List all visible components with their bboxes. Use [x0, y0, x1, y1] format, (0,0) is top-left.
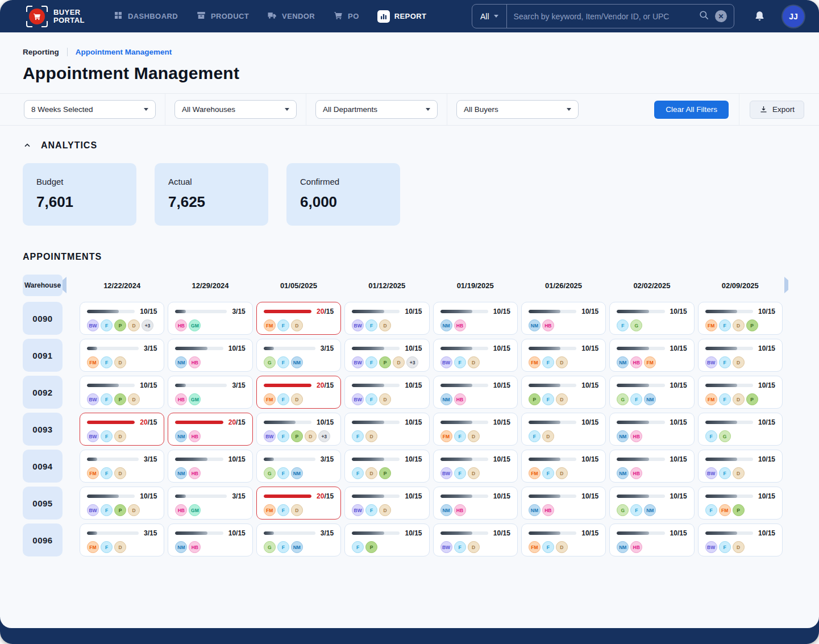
avatar-chip: FM: [264, 504, 276, 516]
nav-item-report[interactable]: REPORT: [368, 0, 436, 32]
appointment-cell[interactable]: 10/15BWFD: [698, 339, 783, 372]
appointment-cell[interactable]: 10/15NMHB: [521, 302, 606, 335]
avatar-chip: HB: [454, 319, 466, 331]
filter-departments-select[interactable]: All Departments: [315, 100, 438, 119]
filter-warehouses-select[interactable]: All Warehouses: [174, 100, 297, 119]
appointment-cell[interactable]: 10/15FMFD: [521, 450, 606, 483]
progress-row: 3/15: [264, 529, 334, 537]
appointment-cell[interactable]: 10/15PFD: [521, 376, 606, 409]
appointment-cell[interactable]: 3/15FMFD: [80, 339, 164, 372]
appointment-cell[interactable]: 3/15HBGM: [168, 376, 252, 409]
breadcrumb-reporting[interactable]: Reporting: [23, 48, 59, 56]
appointment-cell[interactable]: 3/15HBGM: [168, 302, 252, 335]
appointment-cell[interactable]: 3/15GFNM: [256, 339, 341, 372]
buyer-avatars: FMFD: [264, 393, 334, 405]
nav-items: DASHBOARDPRODUCTVENDORPOREPORT: [104, 0, 435, 32]
appointment-cell[interactable]: 10/15NMHB: [168, 450, 252, 483]
appointment-cell[interactable]: 10/15FFMP: [698, 487, 783, 520]
next-week-arrow-icon[interactable]: [784, 277, 788, 293]
appointment-cell[interactable]: 10/15FG: [609, 302, 694, 335]
appointment-cell[interactable]: 10/15NMHB: [609, 450, 694, 483]
appointment-cell[interactable]: 10/15BWFPD+3: [80, 302, 164, 335]
progress-fill: [617, 421, 648, 424]
appointment-cell[interactable]: 20/15FMFD: [256, 376, 341, 409]
user-avatar[interactable]: JJ: [783, 6, 804, 27]
appointment-cell[interactable]: 10/15NMHB: [433, 376, 518, 409]
avatar-overflow[interactable]: +3: [406, 356, 418, 368]
progress-fill: [264, 421, 296, 424]
appointment-cell[interactable]: 20/15BWFD: [80, 413, 164, 446]
appointment-cell[interactable]: 10/15FMFD: [433, 413, 518, 446]
appointment-cell[interactable]: 10/15NMHB: [609, 413, 694, 446]
appointment-cell[interactable]: 10/15GFNM: [609, 487, 694, 520]
appointment-cell[interactable]: 20/15FMFD: [256, 302, 341, 335]
appointment-cell[interactable]: 10/15NMHB: [521, 487, 606, 520]
progress-track: [87, 310, 135, 313]
appointment-cell[interactable]: 10/15FDP: [344, 450, 429, 483]
search-input[interactable]: [507, 12, 699, 21]
filter-weeks-select[interactable]: 8 Weeks Selected: [24, 100, 156, 119]
appointment-cell[interactable]: 10/15NMHB: [433, 302, 518, 335]
appointment-cell[interactable]: 20/15FMFD: [256, 487, 341, 520]
progress-row: 10/15: [705, 308, 775, 315]
progress-fill: [617, 384, 648, 387]
appointment-cell[interactable]: 3/15FMFD: [80, 450, 164, 483]
export-button[interactable]: Export: [750, 101, 804, 119]
brand-logo[interactable]: BUYER PORTAL: [26, 6, 85, 27]
appointment-cell[interactable]: 10/15FMFDP: [698, 376, 783, 409]
nav-item-vendor[interactable]: VENDOR: [258, 0, 324, 32]
appointment-cell[interactable]: 10/15BWFD: [433, 450, 518, 483]
appointment-cell[interactable]: 10/15BWFPD: [80, 376, 164, 409]
appointment-cell[interactable]: 10/15BWFD: [698, 450, 783, 483]
appointment-cell[interactable]: 10/15NMHBFM: [609, 339, 694, 372]
search-icon[interactable]: [699, 10, 709, 23]
appointment-cell[interactable]: 10/15FG: [698, 413, 783, 446]
appointment-cell[interactable]: 3/15FMFD: [80, 523, 164, 556]
appointment-cell[interactable]: 10/15BWFD: [433, 339, 518, 372]
appointment-cell[interactable]: 10/15BWFD: [433, 523, 518, 556]
nav-item-product[interactable]: PRODUCT: [187, 0, 258, 32]
appointment-cell[interactable]: 10/15NMHB: [168, 339, 252, 372]
avatar-chip: BW: [87, 393, 99, 405]
appointment-cell[interactable]: 3/15GFNM: [256, 523, 341, 556]
filter-buyers-select[interactable]: All Buyers: [456, 100, 579, 119]
prev-week-arrow-icon[interactable]: [63, 277, 66, 293]
warehouse-label: 0091: [23, 339, 63, 372]
appointment-cell[interactable]: 10/15FMFD: [521, 523, 606, 556]
progress-track: [87, 531, 139, 535]
appointment-cell[interactable]: 10/15FP: [344, 523, 429, 556]
appointment-cell[interactable]: 10/15FMFD: [521, 339, 606, 372]
appointment-cell[interactable]: 10/15FD: [344, 413, 429, 446]
notifications-bell-icon[interactable]: [754, 10, 766, 22]
clear-search-icon[interactable]: ✕: [715, 10, 727, 22]
appointment-cell[interactable]: 10/15GFNM: [609, 376, 694, 409]
nav-item-dashboard[interactable]: DASHBOARD: [104, 0, 187, 32]
collapse-chevron-icon[interactable]: [23, 141, 32, 150]
nav-item-po[interactable]: PO: [324, 0, 368, 32]
progress-track: [529, 421, 576, 424]
appointment-cell[interactable]: 10/15BWFD: [344, 376, 429, 409]
search-scope-dropdown[interactable]: All: [472, 5, 507, 28]
appointment-ratio: 10/15: [493, 455, 510, 463]
avatar-overflow[interactable]: +3: [142, 319, 153, 331]
appointment-cell[interactable]: 3/15HBGM: [168, 487, 252, 520]
progress-row: 10/15: [440, 381, 510, 389]
appointment-cell[interactable]: 10/15NMHB: [609, 523, 694, 556]
avatar-overflow[interactable]: +3: [318, 430, 330, 442]
appointment-cell[interactable]: 10/15BWFD: [344, 302, 429, 335]
appointment-cell[interactable]: 10/15BWFPD+3: [256, 413, 341, 446]
appointment-cell[interactable]: 10/15BWFD: [344, 487, 429, 520]
appointment-cell[interactable]: 10/15BWFPD: [80, 487, 164, 520]
appointment-cell[interactable]: 10/15NMHB: [168, 523, 252, 556]
appointment-cell[interactable]: 10/15BWFD: [698, 523, 783, 556]
appointment-cell[interactable]: 10/15NMHB: [433, 487, 518, 520]
avatar-chip: F: [352, 467, 364, 479]
appointment-ratio: 3/15: [321, 529, 334, 537]
breadcrumb-current[interactable]: Appointment Management: [76, 48, 172, 56]
appointment-cell[interactable]: 10/15BWFPD+3: [344, 339, 429, 372]
appointment-cell[interactable]: 3/15GFNM: [256, 450, 341, 483]
appointment-cell[interactable]: 10/15FD: [521, 413, 606, 446]
appointment-cell[interactable]: 20/15NMHB: [168, 413, 252, 446]
appointment-cell[interactable]: 10/15FMFDP: [698, 302, 783, 335]
clear-all-filters-button[interactable]: Clear All Filters: [654, 101, 729, 119]
